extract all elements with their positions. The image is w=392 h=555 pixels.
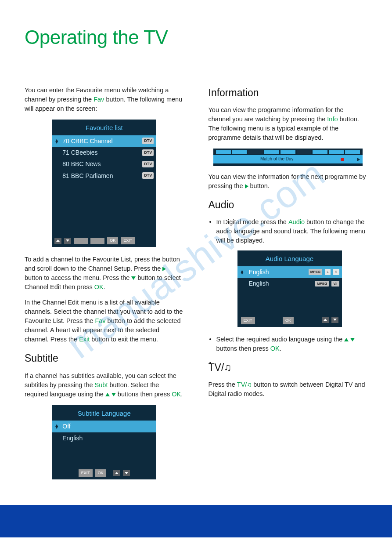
right-arrow-icon [245, 184, 248, 189]
subtitle-heading: Subtitle [25, 351, 184, 366]
blank-button [90, 238, 104, 244]
audio-osd: Audio Language ▲▼ English MPEG L R Engli… [237, 250, 342, 326]
option: Off [61, 422, 154, 431]
programme-title: Match of the Day [216, 156, 338, 163]
text: button. [248, 182, 270, 189]
text: . [104, 283, 105, 290]
audio-keyword: Audio [288, 218, 305, 225]
down-arrow-icon [350, 338, 355, 341]
info-osd: Match of the Day [213, 149, 363, 166]
text: Press the [209, 381, 237, 388]
osd-footer: OK EXIT [52, 234, 156, 247]
text: In Digital mode press the [216, 218, 288, 225]
text: . [280, 345, 281, 352]
up-arrow-icon [105, 393, 110, 396]
audio-select-bullet: Select the required audio language using… [209, 335, 368, 353]
aud-row-selected: ▲▼ English MPEG L R [237, 266, 342, 278]
osd-footer: EXIT OK [52, 467, 156, 479]
text: button to access the menu. Press the [25, 274, 131, 281]
fav-row-selected: ▲▼ 70 CBBC Channel DTV [52, 135, 156, 147]
text: buttons then press [116, 391, 172, 398]
subt-keyword: Subt [95, 381, 108, 388]
channel-edit-para: In the Channel Edit menu is a list of al… [25, 298, 184, 344]
audio-heading: Audio [209, 198, 368, 212]
right-column: Information You can view the programme i… [209, 86, 368, 487]
text: Select the required audio language using… [216, 336, 345, 343]
favourite-list-osd: Favourite list ▲▼ 70 CBBC Channel DTV 71… [52, 120, 156, 247]
sub-row-selected: ▲▼ Off [52, 421, 156, 432]
up-icon [322, 317, 329, 323]
text: . [181, 391, 183, 398]
play-icon [357, 158, 360, 161]
subtitle-osd: Subtitle Language ▲▼ Off English EXIT OK [52, 405, 156, 479]
osd-title: Subtitle Language [52, 405, 156, 421]
info-keyword: Info [327, 116, 338, 123]
osd-footer: EXIT OK [237, 314, 342, 327]
down-icon [64, 238, 71, 244]
sort-icon: ▲▼ [240, 270, 246, 274]
exit-keyword: Exit [79, 336, 90, 343]
text: You can view the programme information f… [209, 106, 344, 123]
dtv-badge: DTV [142, 149, 154, 156]
dtv-badge: DTV [142, 138, 154, 144]
osd-title: Favourite list [52, 120, 156, 135]
down-arrow-icon [131, 276, 136, 280]
text: To add a channel to the Favourite List, … [25, 256, 162, 263]
language: English [249, 268, 306, 276]
ok-button: OK [107, 237, 118, 244]
right-arrow-icon [162, 267, 166, 271]
language: English [249, 279, 313, 288]
text: You can view the information for the nex… [209, 173, 366, 189]
fav-keyword: Fav [95, 317, 105, 324]
tv-para: Press the TV/♫ button to switch between … [209, 380, 368, 399]
fav-row: 81 BBC Parliamen DTV [52, 170, 156, 181]
dtv-badge: DTV [142, 161, 154, 167]
sort-icon: ▲▼ [54, 424, 61, 428]
left-chip: L [325, 269, 330, 275]
sub-row: English [52, 432, 156, 444]
progress-bar [213, 149, 363, 155]
exit-button: EXIT [79, 469, 93, 477]
codec-chip: MPEG [309, 269, 323, 275]
fav-intro: You can enter the Favourite menu while w… [25, 86, 184, 113]
fav-keyword: Fav [94, 96, 104, 103]
aud-row: English MPEG V.I [237, 278, 342, 289]
osd-title: Audio Language [237, 250, 342, 266]
audio-bullet: In Digital mode press the Audio button t… [209, 218, 368, 245]
tv-music-heading: TV/♫ [209, 360, 368, 375]
down-arrow-icon [111, 393, 116, 396]
option: English [61, 434, 154, 443]
info-row: Match of the Day [213, 155, 363, 163]
down-icon [331, 317, 338, 323]
ok-button: OK [95, 469, 106, 477]
ok-keyword: OK [94, 283, 104, 290]
sort-icon: ▲▼ [54, 139, 61, 143]
blank-button [74, 238, 88, 244]
fav-row: 71 CBeebies DTV [52, 147, 156, 158]
footer-bar [0, 505, 392, 537]
subtitle-para: If a channel has subtitles available, yo… [25, 371, 184, 399]
vi-chip: V.I [331, 281, 339, 287]
page-title: Operating the TV [25, 26, 367, 48]
channel-name: 70 CBBC Channel [61, 137, 142, 145]
channel-name: 81 BBC Parliamen [61, 171, 142, 180]
ok-button: OK [283, 317, 294, 324]
ok-keyword: OK [270, 345, 280, 352]
channel-name: 80 BBC News [61, 160, 142, 168]
text: button to exit the menu. [90, 336, 158, 343]
up-arrow-icon [344, 338, 349, 341]
exit-button: EXIT [241, 317, 255, 324]
channel-name: 71 CBeebies [61, 148, 142, 157]
dtv-badge: DTV [142, 172, 154, 179]
ok-keyword: OK [172, 391, 181, 398]
tv-music-keyword: TV/♫ [237, 381, 252, 388]
up-icon [113, 470, 120, 476]
down-icon [123, 470, 130, 476]
add-channel-para: To add a channel to the Favourite List, … [25, 255, 184, 292]
info-next-para: You can view the information for the nex… [209, 172, 368, 191]
codec-chip: MPEG [315, 281, 329, 287]
left-column: You can enter the Favourite menu while w… [25, 86, 184, 487]
fav-row: 80 BBC News DTV [52, 158, 156, 170]
exit-button: EXIT [121, 237, 135, 244]
text: buttons then press [216, 345, 270, 352]
